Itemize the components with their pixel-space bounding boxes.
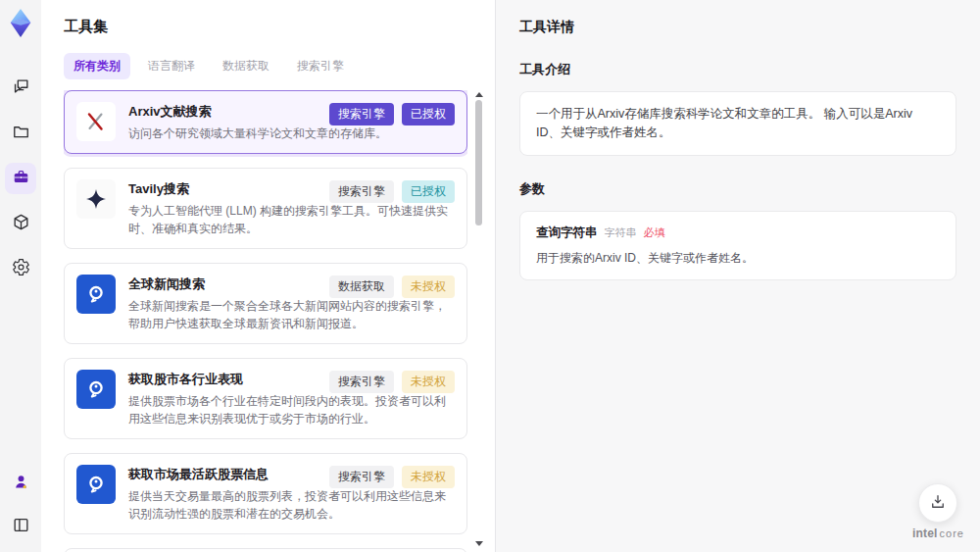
tool-card[interactable]: 获取市场最活跃股票信息 提供当天交易量最高的股票列表，投资者可以利用这些信息来识… <box>64 453 467 534</box>
panel-toggle-icon <box>12 516 30 537</box>
category-tag: 搜索引擎 <box>329 180 394 203</box>
auth-status-badge: 未授权 <box>402 276 455 298</box>
tool-description: 全球新闻搜索是一个聚合全球各大新闻网站内容的搜索引擎，帮助用户快速获取全球最新资… <box>128 297 455 332</box>
params-heading: 参数 <box>519 180 956 198</box>
sidebar-item-chat[interactable] <box>5 73 36 104</box>
news-search-logo-icon <box>76 465 116 504</box>
tool-list: Arxiv文献搜索 访问各个研究领域大量科学论文和文章的存储库。 搜索引擎 已授… <box>64 90 467 552</box>
category-tag: 搜索引擎 <box>329 466 394 488</box>
auth-status-badge: 已授权 <box>402 103 455 125</box>
app-logo-icon[interactable] <box>6 8 35 39</box>
tool-card[interactable]: Tavily搜索 专为人工智能代理 (LLM) 构建的搜索引擎工具。可快速提供实… <box>64 168 467 249</box>
auth-status-badge: 未授权 <box>402 466 455 488</box>
tool-description: 提供股票市场各个行业在特定时间段内的表现。投资者可以利用这些信息来识别表现优于或… <box>128 392 455 427</box>
gear-icon <box>12 258 30 279</box>
tavily-logo-icon <box>76 179 116 219</box>
cube-icon <box>12 213 30 234</box>
tool-list-pane: 工具集 所有类别语言翻译数据获取搜索引擎 Arxiv文献搜索 访问各个研究领域大… <box>41 0 495 552</box>
app-window: 工具集 所有类别语言翻译数据获取搜索引擎 Arxiv文献搜索 访问各个研究领域大… <box>0 0 980 552</box>
sidebar-item-packages[interactable] <box>5 208 36 239</box>
scrollbar[interactable] <box>473 90 483 552</box>
param-type: 字符串 <box>605 226 637 240</box>
tool-description: 提供当天交易量最高的股票列表，投资者可以利用这些信息来识别流动性强的股票和潜在的… <box>128 487 455 523</box>
tab-all-categories[interactable]: 所有类别 <box>64 53 130 79</box>
sidebar-item-tools[interactable] <box>5 163 36 194</box>
category-tag: 搜索引擎 <box>329 103 394 125</box>
scroll-up-arrow-icon[interactable] <box>475 92 483 97</box>
download-button[interactable] <box>918 483 957 523</box>
sidebar-item-settings[interactable] <box>5 253 36 284</box>
scroll-down-arrow-icon[interactable] <box>475 541 483 546</box>
user-icon <box>12 473 30 494</box>
tool-card[interactable]: 全球新闻搜索 全球新闻搜索是一个聚合全球各大新闻网站内容的搜索引擎，帮助用户快速… <box>64 263 467 344</box>
tab-data-fetch[interactable]: 数据获取 <box>213 53 279 79</box>
tool-list-container: Arxiv文献搜索 访问各个研究领域大量科学论文和文章的存储库。 搜索引擎 已授… <box>64 90 495 552</box>
news-search-logo-icon <box>76 370 116 409</box>
tab-search-engine[interactable]: 搜索引擎 <box>287 53 354 79</box>
auth-status-badge: 已授权 <box>402 180 455 203</box>
tool-description: 访问各个研究领域大量科学论文和文章的存储库。 <box>128 125 455 142</box>
sidebar <box>0 0 41 552</box>
detail-title: 工具详情 <box>519 19 956 36</box>
tool-intro-text: 一个用于从Arxiv存储库搜索科学论文和文章的工具。 输入可以是Arxiv ID… <box>536 105 940 142</box>
param-required-badge: 必填 <box>644 226 665 240</box>
sidebar-item-files[interactable] <box>5 118 36 149</box>
param-name: 查询字符串 <box>536 225 598 241</box>
sidebar-item-panel-toggle[interactable] <box>5 511 36 542</box>
page-title: 工具集 <box>64 18 495 36</box>
param-description: 用于搜索的Arxiv ID、关键字或作者姓名。 <box>536 250 940 267</box>
briefcase-icon <box>12 168 30 189</box>
intro-heading: 工具介绍 <box>519 61 956 78</box>
tool-card[interactable]: Arxiv文献搜索 访问各个研究领域大量科学论文和文章的存储库。 搜索引擎 已授… <box>64 90 467 154</box>
sidebar-nav <box>5 73 36 284</box>
tool-card[interactable]: 万维地区新闻查询 查询具体行政区划内的新闻，快速了解各地新闻动 搜索引擎 未授权 <box>64 548 467 552</box>
chat-icon <box>12 77 30 99</box>
news-search-logo-icon <box>76 275 116 314</box>
sidebar-item-profile[interactable] <box>5 468 36 499</box>
intel-core-logo: intel core <box>912 527 964 540</box>
category-tag: 数据获取 <box>329 276 394 298</box>
category-tag: 搜索引擎 <box>329 371 394 393</box>
tool-detail-panel: 工具详情 工具介绍 一个用于从Arxiv存储库搜索科学论文和文章的工具。 输入可… <box>495 0 980 552</box>
arxiv-logo-icon <box>76 102 116 141</box>
download-icon <box>929 493 947 514</box>
tab-language-translation[interactable]: 语言翻译 <box>138 53 205 79</box>
tool-card[interactable]: 获取股市各行业表现 提供股票市场各个行业在特定时间段内的表现。投资者可以利用这些… <box>64 358 467 439</box>
folder-icon <box>12 123 30 144</box>
scrollbar-thumb[interactable] <box>475 100 482 226</box>
auth-status-badge: 未授权 <box>402 371 455 393</box>
category-tabs: 所有类别语言翻译数据获取搜索引擎 <box>64 53 495 79</box>
tool-description: 专为人工智能代理 (LLM) 构建的搜索引擎工具。可快速提供实时、准确和真实的结… <box>128 202 455 237</box>
